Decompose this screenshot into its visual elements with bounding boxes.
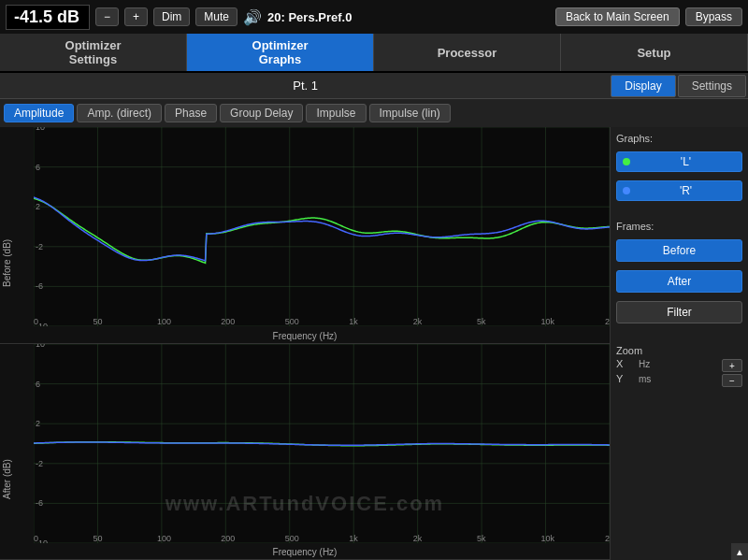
plus-button[interactable]: + [124, 7, 148, 26]
zoom-controls: + − [722, 359, 742, 387]
graph-dot-L [623, 158, 630, 165]
preset-label: 20: Pers.Pref.0 [267, 10, 550, 24]
charts-column: Before (dB) Frequency (Hz) After (dB) Fr… [0, 127, 610, 560]
after-chart: After (dB) Frequency (Hz) www.ARTundVOIC… [0, 344, 610, 561]
graph-btn-L[interactable]: 'L' [616, 151, 742, 172]
zoom-hz-label: Hz [639, 359, 650, 369]
gt-tab-amplitude[interactable]: Amplitude [4, 104, 74, 122]
zoom-plus-button[interactable]: + [722, 359, 742, 372]
gt-tab-group-delay[interactable]: Group Delay [220, 104, 303, 122]
frame-btn-before[interactable]: Before [616, 239, 742, 262]
tab-setup[interactable]: Setup [561, 34, 748, 71]
back-to-main-button[interactable]: Back to Main Screen [555, 7, 680, 26]
zoom-label: Zoom [616, 345, 742, 356]
graph-type-tabs: Amplitude Amp. (direct) Phase Group Dela… [0, 99, 748, 127]
top-bar: -41.5 dB − + Dim Mute 🔊 20: Pers.Pref.0 … [0, 0, 748, 34]
tab-display[interactable]: Display [611, 75, 675, 97]
db-display: -41.5 dB [6, 5, 90, 30]
tab-optimizer-settings[interactable]: Optimizer Settings [0, 34, 187, 71]
nav-tabs: Optimizer Settings Optimizer Graphs Proc… [0, 34, 748, 73]
tab-settings[interactable]: Settings [678, 75, 746, 97]
sidebar: Graphs: 'L' 'R' Frames: Before After Fil… [610, 127, 748, 560]
gt-tab-impulse-lin[interactable]: Impulse (lin) [369, 104, 451, 122]
zoom-x-label: X [616, 358, 635, 369]
pt-row: Pt. 1 Display Settings [0, 73, 748, 99]
dim-button[interactable]: Dim [153, 7, 190, 26]
pt-label: Pt. 1 [0, 79, 611, 93]
frame-btn-filter[interactable]: Filter [616, 301, 742, 323]
frames-label: Frames: [616, 221, 742, 232]
after-x-label: Frequency (Hz) [273, 547, 338, 557]
tab-optimizer-graphs[interactable]: Optimizer Graphs [187, 34, 374, 71]
gt-tab-impulse[interactable]: Impulse [306, 104, 366, 122]
bypass-button[interactable]: Bypass [685, 7, 742, 26]
content-area: Pt. 1 Display Settings Amplitude Amp. (d… [0, 73, 748, 560]
zoom-y-label: Y [616, 373, 635, 384]
graph-label-L: 'L' [636, 155, 736, 168]
before-x-label: Frequency (Hz) [273, 331, 338, 341]
speaker-icon: 🔊 [243, 8, 262, 26]
zoom-ms-label: ms [639, 374, 651, 384]
frame-btn-after[interactable]: After [616, 270, 742, 293]
after-canvas [34, 344, 610, 543]
zoom-minus-button[interactable]: − [722, 374, 742, 387]
before-canvas [34, 127, 610, 326]
graphs-label: Graphs: [616, 133, 742, 144]
graph-dot-R [623, 187, 630, 194]
mute-button[interactable]: Mute [195, 7, 237, 26]
gt-tab-phase[interactable]: Phase [165, 104, 217, 122]
zoom-x-row: X Hz [616, 358, 651, 369]
zoom-y-row: Y ms [616, 373, 651, 384]
minus-button[interactable]: − [95, 7, 119, 26]
graph-btn-R[interactable]: 'R' [616, 180, 742, 201]
after-y-label: After (dB) [2, 452, 12, 508]
main-graph-area: Before (dB) Frequency (Hz) After (dB) Fr… [0, 127, 748, 560]
gt-tab-amp-direct[interactable]: Amp. (direct) [77, 104, 162, 122]
display-settings-tabs: Display Settings [611, 75, 748, 97]
scroll-arrow[interactable]: ▲ [731, 543, 748, 560]
tab-processor[interactable]: Processor [374, 34, 561, 71]
zoom-section: Zoom X Hz Y ms + − [616, 345, 742, 388]
before-y-label: Before (dB) [2, 235, 12, 291]
before-chart: Before (dB) Frequency (Hz) [0, 127, 610, 344]
graph-label-R: 'R' [636, 184, 736, 197]
